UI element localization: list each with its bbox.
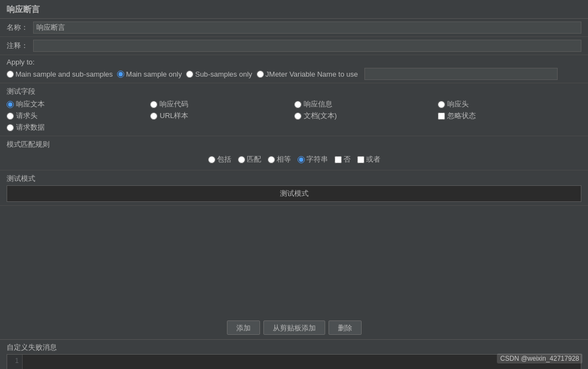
test-field-title: 测试字段 bbox=[7, 87, 581, 97]
field-req-head[interactable]: 请求头 bbox=[7, 111, 150, 121]
apply-to-section: Apply to: Main sample and sub-samples Ma… bbox=[0, 55, 588, 83]
field-req-data[interactable]: 请求数据 bbox=[7, 122, 150, 132]
comment-label: 注释： bbox=[7, 41, 33, 51]
field-resp-text[interactable]: 响应文本 bbox=[7, 99, 150, 109]
line-number: 1 bbox=[7, 355, 23, 369]
field-ignore-status[interactable]: 忽略状态 bbox=[438, 111, 581, 121]
field-resp-code[interactable]: 响应代码 bbox=[150, 99, 294, 109]
comment-row: 注释： bbox=[0, 37, 588, 55]
pm-or[interactable]: 或者 bbox=[357, 154, 380, 164]
pm-contains[interactable]: 包括 bbox=[208, 154, 231, 164]
pattern-match-options: 包括 匹配 相等 字符串 否 或者 bbox=[7, 152, 581, 167]
section-title: 响应断言 bbox=[0, 0, 588, 19]
pattern-match-title: 模式匹配规则 bbox=[7, 140, 581, 149]
delete-button[interactable]: 删除 bbox=[329, 320, 362, 335]
custom-fail-title: 自定义失败消息 bbox=[7, 343, 581, 352]
name-input[interactable] bbox=[33, 22, 581, 34]
pm-substr[interactable]: 字符串 bbox=[298, 154, 328, 164]
pm-equal[interactable]: 相等 bbox=[268, 154, 291, 164]
add-button[interactable]: 添加 bbox=[227, 320, 260, 335]
field-resp-info[interactable]: 响应信息 bbox=[294, 99, 438, 109]
jmeter-var-input[interactable] bbox=[364, 68, 558, 80]
test-mode-title: 测试模式 bbox=[7, 174, 581, 184]
field-url[interactable]: URL样本 bbox=[150, 111, 294, 121]
apply-to-label: Apply to: bbox=[7, 58, 581, 66]
apply-to-options: Main sample and sub-samples Main sample … bbox=[7, 68, 581, 80]
button-row: 添加 从剪贴板添加 删除 bbox=[0, 316, 588, 339]
test-mode-section: 测试模式 测试模式 bbox=[0, 170, 588, 206]
field-doc-text[interactable]: 文档(文本) bbox=[294, 111, 438, 121]
add-from-clipboard-button[interactable]: 从剪贴板添加 bbox=[263, 320, 325, 335]
field-resp-head[interactable]: 响应头 bbox=[438, 99, 581, 109]
name-row: 名称： bbox=[0, 19, 588, 37]
test-field-section: 测试字段 响应文本 响应代码 响应信息 响应头 请求头 bbox=[0, 83, 588, 136]
test-mode-area[interactable]: 测试模式 bbox=[7, 185, 581, 202]
apply-main-only[interactable]: Main sample only bbox=[117, 70, 182, 78]
apply-sub-only[interactable]: Sub-samples only bbox=[186, 70, 252, 78]
pattern-match-section: 模式匹配规则 包括 匹配 相等 字符串 否 bbox=[0, 136, 588, 170]
apply-main-sub[interactable]: Main sample and sub-samples bbox=[7, 70, 113, 78]
test-mode-placeholder: 测试模式 bbox=[280, 189, 309, 199]
test-field-options: 响应文本 响应代码 响应信息 响应头 请求头 URL样本 bbox=[7, 99, 581, 132]
main-panel: 响应断言 名称： 注释： Apply to: Main sample and s… bbox=[0, 0, 588, 369]
comment-input[interactable] bbox=[33, 40, 581, 52]
name-label: 名称： bbox=[7, 23, 33, 33]
apply-jmeter-var[interactable]: JMeter Variable Name to use bbox=[257, 70, 358, 78]
empty-area bbox=[0, 206, 588, 316]
pm-not[interactable]: 否 bbox=[335, 154, 351, 164]
watermark: CSDN @weixin_42717928 bbox=[497, 354, 582, 363]
custom-fail-input[interactable]: 1 bbox=[7, 354, 581, 369]
pm-match[interactable]: 匹配 bbox=[238, 154, 261, 164]
